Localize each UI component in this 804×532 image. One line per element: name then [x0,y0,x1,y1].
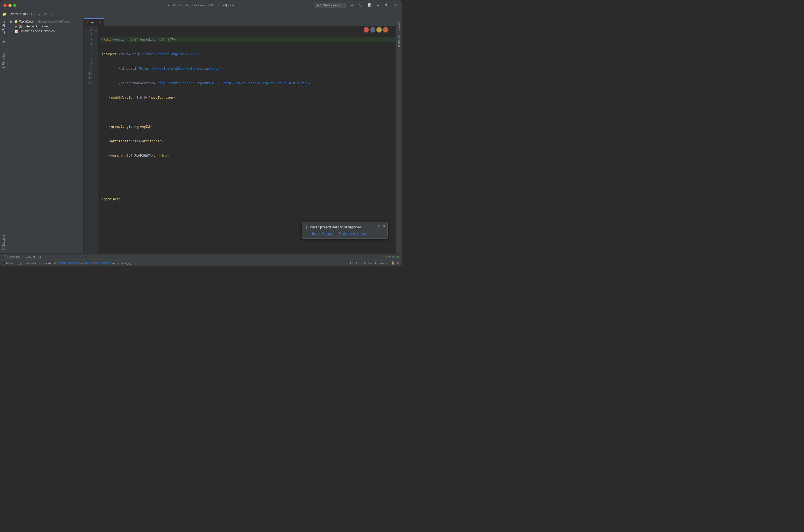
status-import-link[interactable]: Import Changes [57,261,80,265]
cursor-position: 1:1 [349,262,353,265]
editor-tab-aid[interactable]: m aid ✕ [84,18,104,26]
build-button[interactable]: 🔨 [357,3,364,7]
right-tab-maven[interactable]: Maven [396,19,402,32]
scratches-icon: 📝 [15,30,19,33]
window-title: m WordCount [~/Documents/WordCount] - ai… [168,3,234,7]
title-text: WordCount [~/Documents/WordCount] - aid [172,3,234,7]
notification-settings-button[interactable]: ⚙ [378,224,381,228]
search-everywhere-button[interactable]: 🔍 [383,3,390,7]
event-log-link[interactable]: Event Log [386,255,400,259]
project-name-label: WordCount [10,12,26,16]
tab-close-button[interactable]: ✕ [98,21,100,24]
indent-label: 4 spaces ÷ [375,262,389,265]
right-tab-ant[interactable]: Ant Build [396,33,402,49]
maven-icon-red[interactable] [364,27,369,33]
notification-title: Maven projects need to be imported [309,225,361,229]
tool-windows-bar: ⬛ Terminal ☑ 6: TODO Event Log [0,253,402,260]
maven-icon-yellow[interactable] [377,27,382,33]
gutter-cell-7 [94,57,98,62]
settings-gear-button[interactable]: ⚙ [393,3,399,7]
tab-file-icon: m [87,21,90,24]
coverage-button[interactable]: 📊 [366,3,373,7]
tree-item-label: WordCount [19,20,35,23]
line-numbers: 1 2 3 4 5 6 7 8 9 10 11 12 [84,26,94,253]
line-num-8: 8 [84,62,94,66]
editor-gutter: ✓ [94,26,98,253]
notification-close-button[interactable]: ✕ [382,224,385,228]
todo-icon: ☑ [25,255,28,259]
vcs-icon: ◻ [2,262,4,264]
read-only-icon: 🔒 [391,261,395,265]
right-sidebar: Maven Ant Build [396,18,402,253]
project-panel: ▶ 📁 WordCount ~/Documents/WordCount ▶ 📚 … [8,18,84,253]
line-num-6: 6 [84,52,94,57]
add-config-btn[interactable]: Add Configuration... [314,3,346,8]
tree-item-wordcount[interactable]: ▶ 📁 WordCount ~/Documents/WordCount [8,19,83,24]
line-num-1: 1 [84,28,94,33]
todo-tab[interactable]: ☑ 6: TODO [24,254,43,259]
run-config-dropdown[interactable]: Add Configuration... [313,2,347,8]
maximize-button[interactable] [13,4,16,7]
import-changes-link[interactable]: Import Changes [312,232,335,235]
code-line-2: <project xmlns="http://maven.apache.org/… [101,52,396,57]
project-tree: ▶ 📁 WordCount ~/Documents/WordCount ▶ 📚 … [8,18,83,253]
tree-item-path: ~/Documents/WordCount [36,20,70,23]
line-num-10: 10 [84,71,94,76]
gutter-cell-3 [94,37,98,42]
line-num-9: 9 [84,66,94,71]
maven-icon-gray[interactable] [370,27,376,33]
notification-actions: Import Changes Enable Auto-Import [306,232,384,235]
code-line-3: xmlns:xsi="http://www.w3.org/2001/XMLSch… [101,66,396,71]
gutter-cell-8 [94,62,98,66]
notifications-icon[interactable]: ⚙ [397,261,400,265]
tree-item-label: External Libraries [23,24,49,28]
tree-expand-arrow: ▶ [11,20,13,23]
line-num-12: 12 [84,81,94,86]
close-button[interactable] [3,4,7,7]
sidebar-item-project[interactable]: 1: Project [0,18,8,37]
line-num-7: 7 [84,57,94,62]
maven-icon-orange[interactable] [383,27,388,33]
run-button[interactable]: ▶ [349,3,355,7]
line-num-3: 3 [84,37,94,42]
tab-label: aid [91,20,95,24]
maven-toolbar-icons [364,27,388,33]
app-logo: 📁 [2,12,6,16]
stop-button[interactable]: ⏹ [375,3,381,7]
collapse-all-icon[interactable]: ⊟ [36,12,41,17]
code-line-11 [101,183,396,188]
editor-tab-bar: m aid ✕ [84,18,396,26]
project-settings-icon[interactable]: ⚙ [42,12,48,17]
terminal-tab[interactable]: ⬛ Terminal [2,254,22,259]
main-content: 1: Project ★ 2: Favorites 3: Structure ▶… [0,18,402,253]
tree-expand-arrow: ▶ [15,24,17,28]
code-line-6 [101,110,396,115]
code-editor[interactable]: <?xml version="1.0" encoding="UTF-8"?> <… [98,26,396,253]
status-autoimport-link[interactable]: Enable Auto-Import [83,261,111,265]
sidebar-item-structure[interactable]: 2: Favorites [0,50,8,72]
sync-project-icon[interactable]: ⟳ [30,12,35,17]
sidebar-item-structure2[interactable]: 3: Structure [0,232,8,253]
checkmark-icon: ✓ [95,28,98,32]
enable-autoimport-link[interactable]: Enable Auto-Import [338,232,366,235]
line-separator: LF ÷ [356,262,362,265]
project-dropdown-arrow[interactable]: ▾ [26,12,28,16]
tree-item-scratches[interactable]: 📝 Scratches and Consoles [8,29,83,34]
status-right-info: 1:1 LF ÷ UTF-8 4 spaces ÷ 🔒 ⚙ [349,261,400,265]
terminal-label: Terminal [9,255,20,259]
tree-item-external-libs[interactable]: ▶ 📚 External Libraries [8,24,83,29]
gutter-cell-4 [94,42,98,47]
hide-panel-icon[interactable]: ✕ [49,12,54,17]
code-line-1: <?xml version="1.0" encoding="UTF-8"?> [101,37,396,42]
gutter-cell-5 [94,47,98,52]
terminal-icon: ⬛ [4,255,8,259]
left-strip: 1: Project ★ 2: Favorites 3: Structure [0,18,8,253]
tree-item-label: Scratches and Consoles [20,29,55,33]
editor-content[interactable]: 1 2 3 4 5 6 7 8 9 10 11 12 ✓ [84,26,396,253]
sidebar-item-favorites[interactable]: ★ [0,37,8,48]
external-libs-icon: 📚 [18,24,22,28]
line-num-5: 5 [84,47,94,52]
gutter-cell-6 [94,52,98,57]
notification-header: ℹ Maven projects need to be imported [306,225,384,230]
minimize-button[interactable] [8,4,12,7]
